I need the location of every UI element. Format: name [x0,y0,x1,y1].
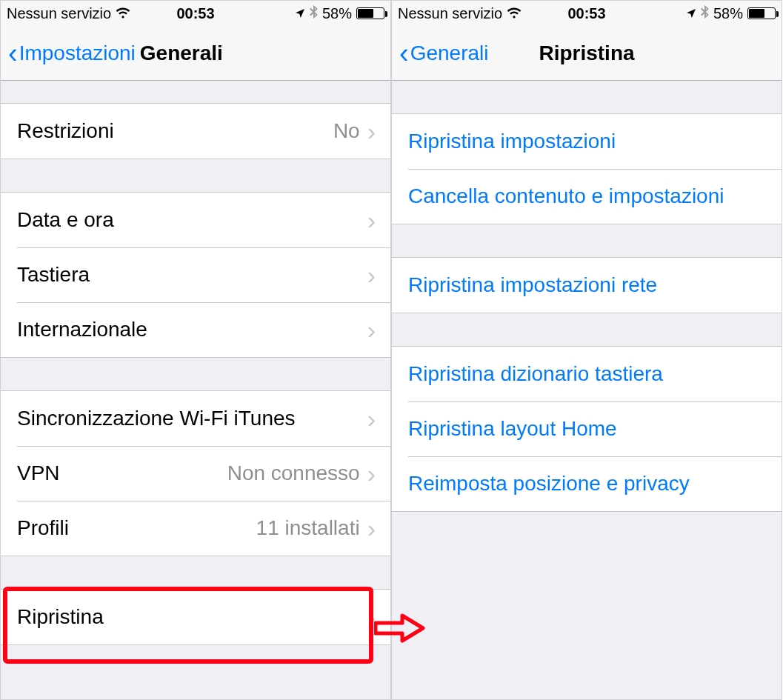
row-profili[interactable]: Profili 11 installati › [1,501,390,556]
row-ripristina[interactable]: Ripristina › [1,590,390,644]
group-reset-misc: Ripristina dizionario tastiera Ripristin… [392,346,782,512]
row-vpn[interactable]: VPN Non connesso › [1,446,390,501]
group-spacer [392,81,782,113]
group-spacer [392,224,782,257]
group-spacer [392,313,782,346]
wifi-icon [116,6,130,23]
battery-percent: 58% [713,5,743,22]
status-bar: Nessun servizio 00:53 58% [1,1,390,26]
location-icon [295,5,305,22]
group-reset: Ripristina › [1,589,390,645]
group-reset-network: Ripristina impostazioni rete [392,257,782,313]
row-label: Ripristina layout Home [408,417,617,441]
screen-ripristina: Nessun servizio 00:53 58% ‹ Generali Rip… [391,0,782,700]
nav-bar: ‹ Impostazioni Generali [1,26,390,81]
screen-generali: Nessun servizio 00:53 58% ‹ Impostazioni… [0,0,391,700]
group-sync: Sincronizzazione Wi-Fi iTunes › VPN Non … [1,390,390,556]
bluetooth-icon [310,5,318,22]
row-tastiera[interactable]: Tastiera › [1,247,390,302]
battery-icon [747,7,776,19]
group-spacer [1,358,390,390]
group-spacer [1,556,390,589]
back-button[interactable]: ‹ Impostazioni [8,41,136,65]
location-icon [686,5,696,22]
row-reset-network[interactable]: Ripristina impostazioni rete [392,258,782,313]
battery-icon [356,7,384,19]
row-internazionale[interactable]: Internazionale › [1,302,390,357]
row-label: Ripristina dizionario tastiera [408,362,663,386]
row-sync-itunes[interactable]: Sincronizzazione Wi-Fi iTunes › [1,391,390,446]
nav-bar: ‹ Generali Ripristina [392,26,782,81]
row-reset-location-privacy[interactable]: Reimposta posizione e privacy [392,456,782,511]
row-label: Restrizioni [17,119,114,143]
group-spacer [1,81,390,103]
row-label: Ripristina impostazioni [408,130,616,153]
row-label: VPN [17,461,60,485]
clock: 00:53 [567,5,605,22]
group-datetime: Data e ora › Tastiera › Internazionale › [1,192,390,358]
row-label: Ripristina [17,605,104,629]
back-label: Generali [410,41,489,65]
group-restrictions: Restrizioni No › [1,103,390,159]
status-bar: Nessun servizio 00:53 58% [392,1,782,26]
row-label: Cancella contenuto e impostazioni [408,184,724,208]
row-label: Reimposta posizione e privacy [408,472,690,496]
row-data-e-ora[interactable]: Data e ora › [1,193,390,247]
row-reset-keyboard-dict[interactable]: Ripristina dizionario tastiera [392,347,782,401]
row-label: Ripristina impostazioni rete [408,273,657,297]
row-erase-all[interactable]: Cancella contenuto e impostazioni [392,169,782,224]
carrier-text: Nessun servizio [398,5,502,22]
group-reset-main: Ripristina impostazioni Cancella contenu… [392,113,782,224]
row-reset-all-settings[interactable]: Ripristina impostazioni [392,114,782,169]
group-spacer [1,159,390,192]
row-detail: Non connesso [227,461,367,485]
page-title: Ripristina [539,41,634,65]
clock: 00:53 [176,5,214,22]
carrier-text: Nessun servizio [7,5,111,22]
bluetooth-icon [701,5,709,22]
row-label: Tastiera [17,263,90,287]
row-label: Sincronizzazione Wi-Fi iTunes [17,407,296,430]
battery-percent: 58% [322,5,352,22]
row-label: Data e ora [17,208,114,232]
back-label: Impostazioni [19,41,136,65]
row-detail: 11 installati [256,516,367,540]
page-title: Generali [140,41,223,65]
row-label: Profili [17,516,69,540]
row-restrizioni[interactable]: Restrizioni No › [1,104,390,159]
row-label: Internazionale [17,318,147,341]
wifi-icon [507,6,522,23]
back-button[interactable]: ‹ Generali [399,41,489,65]
row-detail: No [333,119,367,143]
row-reset-home-layout[interactable]: Ripristina layout Home [392,401,782,456]
